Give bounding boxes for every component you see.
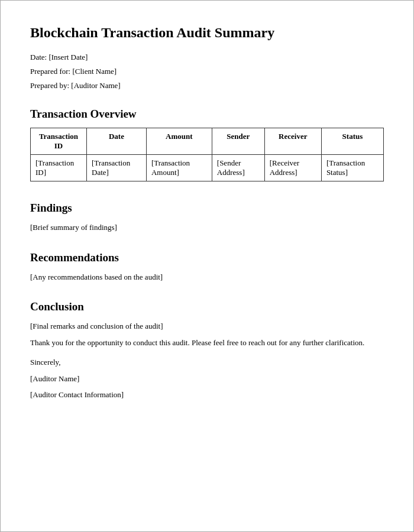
conclusion-body: [Final remarks and conclusion of the aud… — [30, 320, 384, 332]
transaction-table: Transaction ID Date Amount Sender Receiv… — [30, 128, 384, 181]
closing-text: Thank you for the opportunity to conduct… — [30, 337, 384, 349]
findings-body: [Brief summary of findings] — [30, 222, 384, 233]
col-header-receiver: Receiver — [264, 128, 321, 155]
auditor-contact-line: [Auditor Contact Information] — [30, 389, 384, 401]
cell-sender: [Sender Address] — [212, 155, 264, 181]
sincerely-line: Sincerely, — [30, 356, 384, 368]
date-line: Date: [Insert Date] — [30, 52, 384, 63]
prepared-for-line: Prepared for: [Client Name] — [30, 66, 384, 77]
prepared-by-line: Prepared by: [Auditor Name] — [30, 80, 384, 91]
recommendations-body: [Any recommendations based on the audit] — [30, 271, 384, 283]
auditor-name-line: [Auditor Name] — [30, 373, 384, 385]
col-header-transaction-id: Transaction ID — [31, 128, 87, 155]
document-page: Blockchain Transaction Audit Summary Dat… — [0, 0, 414, 532]
col-header-amount: Amount — [146, 128, 212, 155]
section-heading-recommendations: Recommendations — [30, 251, 384, 264]
page-title: Blockchain Transaction Audit Summary — [30, 24, 384, 41]
cell-status: [Transaction Status] — [321, 155, 383, 181]
col-header-status: Status — [321, 128, 383, 155]
table-row: [Transaction ID] [Transaction Date] [Tra… — [31, 155, 384, 181]
col-header-date: Date — [87, 128, 147, 155]
col-header-sender: Sender — [212, 128, 264, 155]
section-heading-findings: Findings — [30, 202, 384, 215]
cell-receiver: [Receiver Address] — [264, 155, 321, 181]
cell-date: [Transaction Date] — [87, 155, 147, 181]
section-heading-overview: Transaction Overview — [30, 108, 384, 121]
closing-block: Sincerely, [Auditor Name] [Auditor Conta… — [30, 356, 384, 406]
cell-transaction-id: [Transaction ID] — [31, 155, 87, 181]
section-heading-conclusion: Conclusion — [30, 300, 384, 313]
cell-amount: [Transaction Amount] — [146, 155, 212, 181]
